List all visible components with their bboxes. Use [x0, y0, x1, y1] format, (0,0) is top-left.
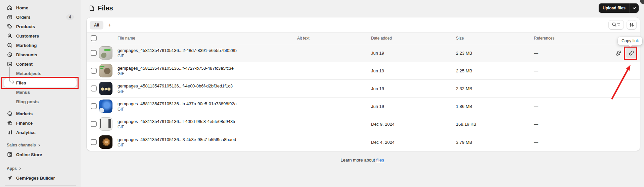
file-type: GIF [118, 107, 237, 112]
analytics-icon [7, 129, 13, 135]
date-added: Dec 4, 2024 [371, 139, 395, 144]
copy-link-button[interactable] [626, 48, 637, 58]
sidebar-item-finance[interactable]: Finance [4, 118, 77, 128]
customers-icon [7, 33, 13, 39]
upload-files-button[interactable]: Upload files [599, 3, 639, 13]
row-checkbox[interactable] [91, 139, 97, 145]
row-checkbox[interactable] [91, 50, 97, 56]
file-size: 1.86 MB [456, 104, 472, 109]
column-header-size[interactable]: Size [456, 36, 464, 41]
sales-channels-section[interactable]: Sales channels [4, 140, 77, 150]
sidebar-item-marketing[interactable]: Marketing [4, 41, 77, 50]
page-title: Files [98, 4, 113, 12]
sidebar-item-files[interactable]: Files [4, 78, 77, 87]
sidebar-item-metaobjects[interactable]: Metaobjects [4, 69, 77, 78]
file-thumbnail[interactable] [99, 64, 112, 77]
apps-section[interactable]: Apps [4, 164, 77, 173]
search-filter-icon [612, 22, 620, 27]
sidebar-item-label: Analytics [16, 130, 36, 135]
sidebar-subitem-label: Metaobjects [16, 71, 41, 76]
file-name[interactable]: gempages_4581135479105136...3-4b3e-98c7-… [118, 137, 236, 142]
upload-dropdown-toggle[interactable] [630, 3, 639, 13]
file-name[interactable]: gempages_4581135479105136...2-48d7-8391-… [118, 48, 237, 53]
file-name[interactable]: gempages_4581135479105136...b-437a-90e5-… [118, 101, 237, 106]
date-added: Jun 19 [371, 104, 384, 109]
sidebar-item-discounts[interactable]: Discounts [4, 50, 77, 59]
row-actions [616, 48, 637, 58]
select-all-checkbox[interactable] [91, 35, 97, 41]
chevron-right-icon [38, 144, 41, 147]
sidebar-item-label: Markets [16, 111, 33, 116]
sidebar-item-markets[interactable]: $ Markets [4, 109, 77, 118]
references-value: — [534, 68, 538, 73]
references-value: — [534, 122, 538, 127]
sidebar-item-blog-posts[interactable]: Blog posts [4, 97, 77, 106]
sidebar-item-label: GemPages Builder [16, 176, 55, 181]
file-type: GIF [118, 89, 233, 94]
marketing-icon [7, 42, 13, 48]
sidebar-item-products[interactable]: Products [4, 22, 77, 31]
column-header-date-added[interactable]: Date added [371, 36, 392, 41]
sidebar-divider [5, 185, 76, 186]
chevron-down-icon [633, 7, 636, 9]
column-header-file-name[interactable]: File name [118, 36, 135, 41]
home-icon [7, 5, 13, 11]
page-header: Files [89, 4, 113, 12]
upload-files-label[interactable]: Upload files [599, 3, 630, 13]
table-row[interactable]: gempages_4581135479105136...3-4b3e-98c7-… [87, 133, 640, 151]
date-added: Jun 19 [371, 51, 384, 56]
file-thumbnail[interactable] [99, 135, 112, 149]
search-and-filter-button[interactable] [608, 20, 624, 29]
file-thumbnail[interactable] [99, 46, 112, 60]
sidebar-item-label: Marketing [16, 43, 37, 48]
sidebar-item-home[interactable]: Home [4, 3, 77, 12]
file-name[interactable]: gempages_4581135479105136...f-400d-99c8-… [118, 119, 235, 124]
date-added: Jun 19 [371, 68, 384, 73]
file-type: GIF [118, 125, 235, 129]
file-thumbnail[interactable] [99, 82, 112, 95]
row-checkbox[interactable] [91, 103, 97, 109]
row-checkbox[interactable] [91, 121, 97, 127]
view-tabs: All + [87, 17, 640, 32]
sidebar-item-menus[interactable]: Menus [4, 87, 77, 97]
sidebar: Home Orders 4 Products Customers Marketi… [0, 0, 81, 187]
sidebar-item-online-store[interactable]: Online Store [4, 150, 77, 159]
file-thumbnail[interactable] [99, 117, 112, 131]
table-row[interactable]: gempages_4581135479105136...f-4e00-8b6f-… [87, 80, 640, 98]
add-view-button[interactable]: + [105, 21, 114, 29]
copy-link-tooltip: Copy link [618, 37, 642, 45]
sidebar-item-customers[interactable]: Customers [4, 31, 77, 41]
file-thumbnail[interactable] [99, 100, 112, 113]
sidebar-subitem-label: Files [16, 80, 26, 85]
sidebar-item-content[interactable]: Content [4, 59, 77, 69]
row-checkbox[interactable] [91, 85, 97, 91]
table-row[interactable]: gempages_4581135479105136...f-400d-99c8-… [87, 115, 640, 133]
replace-file-icon[interactable] [616, 50, 622, 56]
column-header-references[interactable]: References [534, 36, 554, 41]
sidebar-item-label: Content [16, 62, 33, 67]
sidebar-subitem-label: Menus [16, 90, 30, 95]
date-added: Jun 19 [371, 86, 384, 91]
table-row[interactable]: gempages_4581135479105136...2-48d7-8391-… [87, 44, 640, 62]
sidebar-item-analytics[interactable]: Analytics [4, 128, 77, 137]
sidebar-item-orders[interactable]: Orders 4 [4, 12, 77, 22]
tab-all[interactable]: All [90, 21, 103, 29]
sidebar-item-label: Finance [16, 121, 33, 126]
file-type: GIF [118, 71, 234, 76]
file-size: 3.79 MB [456, 139, 472, 144]
row-checkbox[interactable] [91, 68, 97, 74]
table-row[interactable]: gempages_4581135479105136...f-4727-b753-… [87, 62, 640, 80]
file-name[interactable]: gempages_4581135479105136...f-4e00-8b6f-… [118, 83, 233, 88]
sort-icon [629, 22, 634, 27]
column-header-alt-text[interactable]: Alt text [297, 36, 310, 41]
sidebar-item-gempages-builder[interactable]: GemPages Builder [4, 173, 77, 183]
file-type: GIF [118, 54, 237, 58]
file-name[interactable]: gempages_4581135479105136...f-4727-b753-… [118, 66, 234, 71]
main-content: Files Upload files All + File name Alt t… [81, 0, 644, 187]
storefront-icon [7, 151, 13, 158]
sort-button[interactable] [627, 20, 637, 29]
files-help-link[interactable]: files [376, 158, 384, 163]
sidebar-item-label: Home [16, 5, 28, 10]
table-row[interactable]: gempages_4581135479105136...b-437a-90e5-… [87, 98, 640, 115]
orders-icon [7, 14, 13, 20]
